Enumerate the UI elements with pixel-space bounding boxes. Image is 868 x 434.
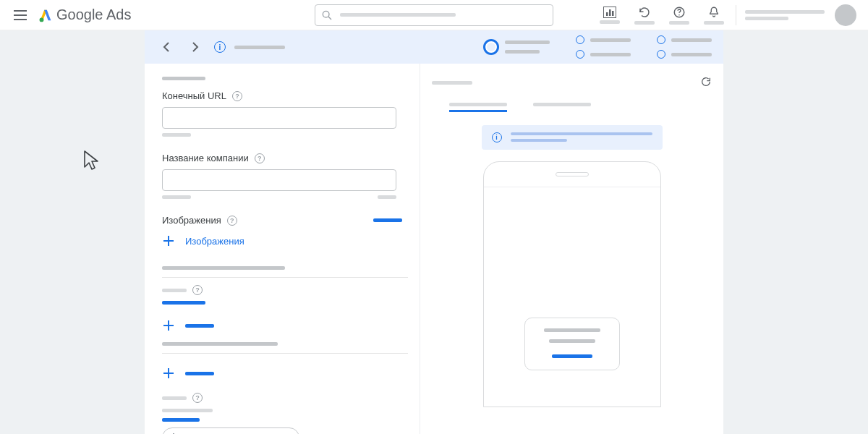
svg-point-0: [40, 17, 44, 22]
hamburger-icon: [14, 10, 27, 20]
phone-preview: [483, 161, 661, 407]
add-images-label: Изображения: [185, 236, 244, 247]
link-placeholder[interactable]: [162, 418, 200, 422]
help-icon[interactable]: ?: [192, 393, 203, 403]
account-switcher[interactable]: [741, 4, 856, 26]
cursor-icon: [83, 150, 102, 171]
reports-button[interactable]: [592, 1, 627, 30]
company-name-label: Название компании: [162, 153, 249, 163]
help-icon[interactable]: ?: [255, 153, 265, 163]
stepper: [483, 35, 712, 59]
plus-icon: [162, 234, 175, 247]
breadcrumb-placeholder: [234, 46, 285, 49]
editor-panel: i: [145, 30, 723, 434]
preview-refresh-button[interactable]: [700, 76, 712, 90]
step-current[interactable]: [483, 39, 550, 55]
company-name-field: Название компании ?: [162, 153, 402, 199]
generic-section-2: ?: [162, 361, 402, 422]
svg-point-1: [323, 11, 329, 17]
page-canvas: i: [0, 30, 868, 434]
images-field: Изображения ? Изображения: [162, 215, 402, 250]
bell-icon: [707, 6, 720, 19]
preview-column: i: [420, 64, 723, 434]
preview-tab-1[interactable]: [449, 103, 507, 112]
radio-empty-icon: [576, 35, 584, 44]
search-input[interactable]: [315, 4, 553, 26]
notifications-button[interactable]: [697, 1, 731, 30]
add-button-1[interactable]: [162, 316, 214, 335]
stepper-subheader: i: [145, 30, 723, 64]
images-label: Изображения: [162, 215, 221, 226]
images-link-placeholder[interactable]: [373, 218, 402, 222]
back-button[interactable]: [156, 37, 176, 57]
info-icon: i: [492, 132, 502, 142]
plus-icon: [162, 319, 175, 332]
divider: [162, 353, 408, 354]
final-url-field: Конечный URL ?: [162, 90, 402, 137]
preview-title-placeholder: [432, 81, 472, 85]
product-logo: Google Ads: [38, 7, 131, 23]
divider: [162, 277, 408, 278]
radio-empty-icon: [657, 50, 665, 59]
company-name-input[interactable]: [162, 169, 396, 191]
final-url-input[interactable]: [162, 107, 396, 129]
plus-icon: [162, 367, 175, 380]
form-column: Конечный URL ? Название компании ?: [145, 64, 420, 434]
add-token-input[interactable]: [162, 427, 299, 434]
reports-icon: [603, 7, 616, 18]
header-actions: [592, 1, 856, 30]
help-button[interactable]: [662, 1, 697, 30]
top-header: Google Ads: [0, 0, 868, 30]
svg-point-7: [678, 14, 680, 15]
help-icon[interactable]: ?: [227, 216, 237, 226]
svg-rect-3: [606, 12, 608, 16]
help-icon[interactable]: ?: [192, 285, 203, 295]
hamburger-menu-button[interactable]: [12, 7, 29, 24]
preview-tabs: [432, 94, 712, 112]
help-icon[interactable]: ?: [232, 91, 242, 101]
search-placeholder: [340, 13, 456, 17]
add-button-2[interactable]: [162, 364, 214, 383]
final-url-label: Конечный URL: [162, 90, 226, 101]
info-icon[interactable]: i: [214, 41, 226, 53]
forward-button[interactable]: [185, 37, 205, 57]
google-ads-logo-icon: [38, 7, 54, 23]
header-divider: [736, 5, 736, 25]
step-group-2[interactable]: [576, 35, 631, 59]
avatar[interactable]: [835, 4, 856, 26]
help-icon: [673, 6, 686, 19]
preview-tab-2[interactable]: [533, 103, 591, 112]
product-name: Google Ads: [56, 7, 131, 23]
refresh-button[interactable]: [627, 1, 662, 30]
svg-rect-5: [612, 11, 614, 16]
search-icon: [321, 9, 333, 21]
svg-rect-4: [609, 9, 611, 16]
chevron-left-icon: [163, 42, 170, 52]
radio-empty-icon: [657, 35, 665, 44]
info-banner: i: [482, 125, 663, 150]
add-images-button[interactable]: Изображения: [162, 231, 244, 250]
chevron-right-icon: [192, 42, 199, 52]
section-header-placeholder: [162, 77, 205, 80]
refresh-icon: [638, 6, 651, 19]
generic-section-1: ?: [162, 285, 402, 338]
main-two-column: Конечный URL ? Название компании ?: [145, 64, 723, 434]
phone-speaker-icon: [556, 172, 589, 176]
radio-selected-icon: [483, 39, 499, 55]
radio-empty-icon: [576, 50, 584, 59]
ad-card-preview: [524, 318, 620, 370]
link-placeholder[interactable]: [162, 301, 205, 305]
step-group-3[interactable]: [657, 35, 712, 59]
refresh-icon: [700, 76, 712, 88]
